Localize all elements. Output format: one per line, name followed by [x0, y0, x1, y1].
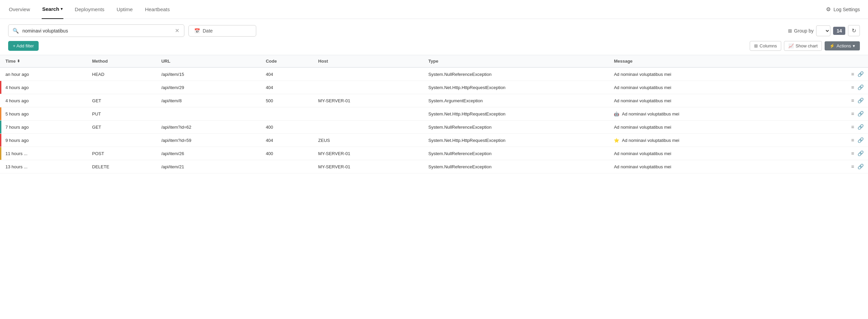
cell-host — [314, 107, 424, 121]
message-emoji: 🤖 — [614, 111, 621, 116]
th-type: Type — [424, 55, 610, 67]
table-row: an hour agoHEAD/api/item/15404System.Nul… — [0, 67, 868, 81]
row-link-icon[interactable]: 🔗 — [857, 137, 864, 143]
cell-type: System.NullReferenceException — [424, 160, 610, 173]
table-row: 4 hours agoGET/api/item/8500MY-SERVER-01… — [0, 94, 868, 107]
date-filter-button[interactable]: 📅 Date — [188, 25, 256, 37]
cell-time: 9 hours ago — [1, 134, 88, 147]
cell-host — [314, 121, 424, 134]
cell-time: 4 hours ago — [1, 94, 88, 107]
th-method: Method — [88, 55, 157, 67]
cell-time: 7 hours ago — [1, 121, 88, 134]
cell-method: GET — [88, 94, 157, 107]
count-badge: 14 — [833, 27, 845, 35]
cell-host — [314, 81, 424, 94]
cell-url: /api/item/8 — [157, 94, 262, 107]
log-settings-button[interactable]: ⚙ Log Settings — [826, 6, 860, 13]
cell-host — [314, 67, 424, 81]
th-time[interactable]: Time ⬍ — [1, 55, 88, 67]
th-actions — [811, 55, 868, 67]
cell-time: 4 hours ago — [1, 81, 88, 94]
nav-items: Overview Search ▾ Deployments Uptime Hea… — [8, 0, 170, 19]
row-link-icon[interactable]: 🔗 — [857, 98, 864, 103]
toolbar: 🔍 ✕ 📅 Date ⊞ Group by 14 ↻ + Add filter … — [0, 19, 868, 55]
th-message: Message — [610, 55, 811, 67]
row-link-icon[interactable]: 🔗 — [857, 124, 864, 130]
cell-time: 11 hours ... — [1, 147, 88, 160]
cell-row-actions: ≡ 🔗 — [811, 121, 868, 134]
actions-button[interactable]: ⚡ Actions ▾ — [825, 41, 860, 50]
row-menu-icon[interactable]: ≡ — [851, 98, 854, 103]
nav-uptime[interactable]: Uptime — [116, 0, 134, 19]
group-by-icon: ⊞ — [788, 28, 792, 34]
cell-type: System.ArgumentException — [424, 94, 610, 107]
row-menu-icon[interactable]: ≡ — [851, 71, 854, 77]
nav-search[interactable]: Search ▾ — [42, 0, 63, 19]
chevron-down-icon: ▾ — [61, 7, 63, 11]
cell-message: Ad nominavi voluptatibus mei — [610, 94, 811, 107]
refresh-button[interactable]: ↻ — [848, 25, 860, 36]
cell-row-actions: ≡ 🔗 — [811, 147, 868, 160]
row-menu-icon[interactable]: ≡ — [851, 84, 854, 90]
row-link-icon[interactable]: 🔗 — [857, 111, 864, 116]
row-link-icon[interactable]: 🔗 — [857, 150, 864, 156]
add-filter-button[interactable]: + Add filter — [8, 41, 39, 51]
search-icon: 🔍 — [13, 28, 19, 34]
cell-row-actions: ≡ 🔗 — [811, 160, 868, 173]
chevron-down-icon: ▾ — [853, 43, 855, 48]
cell-message: Ad nominavi voluptatibus mei — [610, 121, 811, 134]
cell-host: MY-SERVER-01 — [314, 160, 424, 173]
row-menu-icon[interactable]: ≡ — [851, 137, 854, 143]
cell-type: System.NullReferenceException — [424, 147, 610, 160]
cell-url: /api/item/26 — [157, 147, 262, 160]
row-menu-icon[interactable]: ≡ — [851, 164, 854, 169]
cell-type: System.Net.Http.HttpRequestException — [424, 107, 610, 121]
cell-message: ⭐ Ad nominavi voluptatibus mei — [610, 134, 811, 147]
cell-type: System.NullReferenceException — [424, 121, 610, 134]
table-row: 4 hours ago/api/item/29404System.Net.Htt… — [0, 81, 868, 94]
row-link-icon[interactable]: 🔗 — [857, 164, 864, 169]
nav-deployments[interactable]: Deployments — [74, 0, 105, 19]
cell-code — [262, 160, 314, 173]
row-link-icon[interactable]: 🔗 — [857, 84, 864, 90]
table-header-row: Time ⬍ Method URL Code Host Type Message — [0, 55, 868, 67]
cell-host: ZEUS — [314, 134, 424, 147]
message-emoji: ⭐ — [614, 138, 621, 143]
cell-message: Ad nominavi voluptatibus mei — [610, 160, 811, 173]
nav-overview[interactable]: Overview — [8, 0, 31, 19]
cell-method: PUT — [88, 107, 157, 121]
show-chart-button[interactable]: 📈 Show chart — [784, 41, 822, 51]
clear-search-button[interactable]: ✕ — [174, 27, 180, 34]
row-link-icon[interactable]: 🔗 — [857, 71, 864, 77]
table-row: 7 hours agoGET/api/item?id=62400System.N… — [0, 121, 868, 134]
nav-bar: Overview Search ▾ Deployments Uptime Hea… — [0, 0, 868, 19]
cell-method — [88, 81, 157, 94]
columns-button[interactable]: ⊞ Columns — [750, 41, 781, 51]
cell-row-actions: ≡ 🔗 — [811, 94, 868, 107]
table-row: 11 hours ...POST/api/item/26400MY-SERVER… — [0, 147, 868, 160]
cell-time: 13 hours ... — [1, 160, 88, 173]
chart-icon: 📈 — [788, 43, 794, 48]
cell-code: 400 — [262, 147, 314, 160]
cell-code: 400 — [262, 121, 314, 134]
table-row: 13 hours ...DELETE/api/item/21MY-SERVER-… — [0, 160, 868, 173]
toolbar-row1: 🔍 ✕ 📅 Date ⊞ Group by 14 ↻ — [8, 24, 860, 37]
cell-message: 🤖 Ad nominavi voluptatibus mei — [610, 107, 811, 121]
cell-method: HEAD — [88, 67, 157, 81]
row-menu-icon[interactable]: ≡ — [851, 150, 854, 156]
group-by-section: ⊞ Group by 14 ↻ — [788, 25, 860, 36]
cell-message: Ad nominavi voluptatibus mei — [610, 81, 811, 94]
cell-code: 404 — [262, 81, 314, 94]
cell-row-actions: ≡ 🔗 — [811, 67, 868, 81]
row-menu-icon[interactable]: ≡ — [851, 111, 854, 116]
group-by-select[interactable] — [816, 25, 830, 36]
nav-heartbeats[interactable]: Heartbeats — [144, 0, 170, 19]
calendar-icon: 📅 — [194, 28, 200, 34]
row-menu-icon[interactable]: ≡ — [851, 124, 854, 130]
cell-url: /api/item?id=59 — [157, 134, 262, 147]
log-table: Time ⬍ Method URL Code Host Type Message… — [0, 55, 868, 173]
search-input[interactable] — [22, 28, 171, 34]
th-url: URL — [157, 55, 262, 67]
cell-host: MY-SERVER-01 — [314, 94, 424, 107]
lightning-icon: ⚡ — [829, 43, 835, 48]
